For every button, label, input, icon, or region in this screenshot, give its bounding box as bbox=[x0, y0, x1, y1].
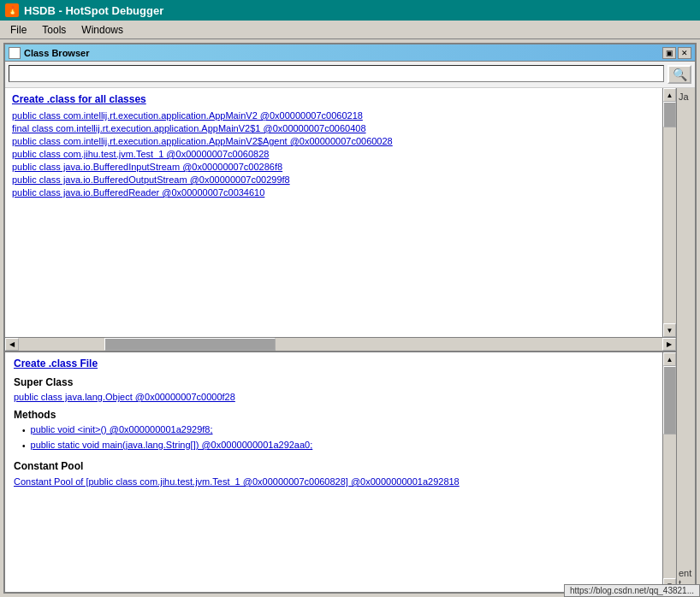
search-button[interactable]: 🔍 bbox=[667, 65, 691, 84]
right-label-top: Ja bbox=[679, 92, 693, 102]
cb-window-title: Class Browser bbox=[24, 48, 662, 58]
super-class-link[interactable]: public class java.lang.Object @0x0000000… bbox=[14, 392, 654, 402]
title-bar: 🔥 HSDB - HotSpot Debugger bbox=[0, 0, 700, 21]
upper-panel-content[interactable]: Create .class for all classes public cla… bbox=[5, 88, 662, 337]
cb-titlebar: Class Browser ▣ ✕ bbox=[5, 44, 695, 62]
panel-container: Create .class for all classes public cla… bbox=[5, 88, 695, 592]
search-input[interactable] bbox=[9, 65, 664, 82]
hscroll-right-button[interactable]: ▶ bbox=[662, 338, 676, 351]
method-link-0[interactable]: public void <init>() @0x000000001a2929f8… bbox=[31, 424, 213, 434]
lower-scroll-track[interactable] bbox=[663, 366, 676, 578]
method-item-1: • public static void main(java.lang.Stri… bbox=[22, 440, 654, 453]
super-class-header: Super Class bbox=[14, 376, 654, 388]
class-browser-window: Class Browser ▣ ✕ 🔍 Create .class for al… bbox=[3, 43, 697, 594]
url-bar: https://blog.csdn.net/qq_43821... bbox=[564, 584, 700, 597]
lower-vertical-scrollbar[interactable]: ▲ ▼ bbox=[662, 352, 676, 592]
method-link-1[interactable]: public static void main(java.lang.String… bbox=[31, 440, 313, 450]
lower-scroll-up-button[interactable]: ▲ bbox=[663, 352, 676, 366]
class-link-2[interactable]: public class com.intellij.rt.execution.a… bbox=[12, 136, 656, 146]
menu-tools[interactable]: Tools bbox=[35, 22, 73, 38]
app-icon: 🔥 bbox=[5, 3, 19, 17]
scroll-up-button[interactable]: ▲ bbox=[663, 88, 676, 102]
hscroll-thumb[interactable] bbox=[104, 338, 276, 351]
lower-panel-content[interactable]: Create .class File Super Class public cl… bbox=[5, 352, 662, 592]
right-side-panel: Ja ent t bbox=[676, 88, 695, 592]
main-area: Class Browser ▣ ✕ 🔍 Create .class for al… bbox=[0, 39, 700, 597]
app-title: HSDB - HotSpot Debugger bbox=[24, 4, 163, 17]
class-link-0[interactable]: public class com.intellij.rt.execution.a… bbox=[12, 110, 656, 121]
upper-vertical-scrollbar[interactable]: ▲ ▼ bbox=[662, 88, 676, 337]
cb-window-icon bbox=[9, 47, 21, 59]
hscroll-track[interactable] bbox=[19, 338, 662, 351]
lower-panel: Create .class File Super Class public cl… bbox=[5, 352, 676, 592]
search-area: 🔍 bbox=[5, 62, 695, 88]
class-link-4[interactable]: public class java.io.BufferedInputStream… bbox=[12, 162, 656, 172]
lower-scroll-thumb[interactable] bbox=[663, 366, 676, 434]
create-all-classes-link[interactable]: Create .class for all classes bbox=[12, 93, 656, 105]
methods-header: Methods bbox=[14, 409, 654, 421]
class-link-3[interactable]: public class com.jihu.test.jvm.Test_1 @0… bbox=[12, 149, 656, 159]
scroll-thumb[interactable] bbox=[663, 102, 676, 127]
upper-panel: Create .class for all classes public cla… bbox=[5, 88, 676, 352]
scroll-track[interactable] bbox=[663, 102, 676, 323]
hscroll-left-button[interactable]: ◀ bbox=[5, 338, 19, 351]
class-link-6[interactable]: public class java.io.BufferedReader @0x0… bbox=[12, 187, 656, 198]
upper-panel-row: Create .class for all classes public cla… bbox=[5, 88, 676, 337]
upper-horizontal-scrollbar[interactable]: ◀ ▶ bbox=[5, 337, 676, 351]
maximize-button[interactable]: ▣ bbox=[662, 47, 676, 59]
cb-controls: ▣ ✕ bbox=[662, 47, 691, 59]
create-class-file-link[interactable]: Create .class File bbox=[14, 358, 654, 369]
method-item-0: • public void <init>() @0x000000001a2929… bbox=[22, 424, 654, 438]
constant-pool-header: Constant Pool bbox=[14, 460, 654, 472]
constant-pool-link[interactable]: Constant Pool of [public class com.jihu.… bbox=[14, 476, 460, 487]
close-button[interactable]: ✕ bbox=[678, 47, 691, 59]
menu-bar: File Tools Windows bbox=[0, 21, 700, 39]
class-link-1[interactable]: final class com.intellij.rt.execution.ap… bbox=[12, 123, 656, 133]
class-link-5[interactable]: public class java.io.BufferedOutputStrea… bbox=[12, 174, 656, 185]
menu-windows[interactable]: Windows bbox=[74, 22, 130, 38]
bullet-1: • bbox=[22, 440, 26, 453]
bullet-0: • bbox=[22, 424, 26, 438]
scroll-down-button[interactable]: ▼ bbox=[663, 323, 676, 337]
menu-file[interactable]: File bbox=[3, 22, 33, 38]
